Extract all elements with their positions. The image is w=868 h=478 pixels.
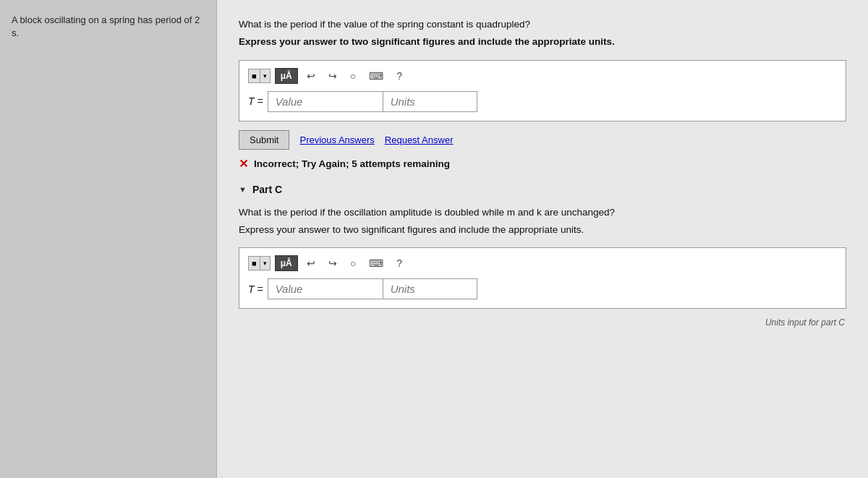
toolbar-part-b: ■ ▾ μÅ ↩ ↪ ○ ⌨ ?	[248, 68, 837, 84]
redo-icon-c[interactable]: ↪	[324, 255, 341, 271]
collapse-arrow-icon[interactable]: ▼	[239, 185, 247, 194]
part-c-subtext: Express your answer to two significant f…	[239, 223, 846, 237]
units-input-c[interactable]	[383, 278, 477, 299]
help-icon-c[interactable]: ?	[392, 255, 407, 271]
part-c-header: ▼ Part C	[239, 184, 846, 195]
problem-statement: A block oscillating on a spring has peri…	[12, 14, 200, 38]
part-c-label: Part C	[252, 184, 282, 195]
value-input-b[interactable]	[268, 91, 383, 112]
toolbar-part-c: ■ ▾ μÅ ↩ ↪ ○ ⌨ ?	[248, 255, 837, 271]
part-c-question-text: What is the period if the oscillation am…	[239, 205, 846, 220]
ua-button-c[interactable]: μÅ	[275, 255, 298, 271]
units-input-b[interactable]	[383, 91, 477, 112]
question-text: What is the period if the value of the s…	[239, 17, 846, 32]
error-row-part-b: ✕ Incorrect; Try Again; 5 attempts remai…	[239, 157, 846, 171]
refresh-icon-c[interactable]: ○	[346, 255, 360, 271]
redo-icon[interactable]: ↪	[324, 68, 341, 84]
format-split-button[interactable]: ■ ▾	[248, 69, 271, 83]
format-left-icon-c: ■	[249, 257, 260, 270]
right-panel: What is the period if the value of the s…	[217, 0, 868, 478]
value-input-c[interactable]	[268, 278, 383, 299]
question-subtext: Express your answer to two significant f…	[239, 35, 846, 49]
t-label-c: T =	[248, 283, 263, 295]
input-row-part-c: T =	[248, 278, 837, 299]
input-row-part-b: T =	[248, 91, 837, 112]
refresh-icon[interactable]: ○	[346, 68, 360, 84]
format-right-icon: ▾	[260, 69, 270, 82]
error-icon: ✕	[239, 157, 248, 171]
part-c-section: ▼ Part C What is the period if the oscil…	[239, 184, 846, 328]
format-left-icon: ■	[249, 69, 260, 82]
submit-button-b[interactable]: Submit	[239, 130, 289, 150]
keyboard-icon-c[interactable]: ⌨	[365, 255, 388, 271]
t-label-b: T =	[248, 95, 263, 107]
ua-label: μÅ	[281, 71, 292, 81]
undo-icon-c[interactable]: ↩	[302, 255, 320, 271]
part-b-question: What is the period if the value of the s…	[239, 17, 846, 50]
action-row-part-b: Submit Previous Answers Request Answer	[239, 130, 846, 150]
format-right-icon-c: ▾	[260, 257, 270, 270]
answer-box-part-b: ■ ▾ μÅ ↩ ↪ ○ ⌨ ? T =	[239, 60, 846, 121]
answer-box-part-c: ■ ▾ μÅ ↩ ↪ ○ ⌨ ? T =	[239, 247, 846, 309]
undo-icon[interactable]: ↩	[302, 68, 320, 84]
request-answer-link[interactable]: Request Answer	[385, 135, 454, 145]
units-hint-c: Units input for part C	[239, 317, 846, 328]
format-split-button-c[interactable]: ■ ▾	[248, 256, 271, 270]
ua-button[interactable]: μÅ	[275, 68, 298, 84]
ua-label-c: μÅ	[281, 258, 292, 268]
error-message: Incorrect; Try Again; 5 attempts remaini…	[254, 158, 450, 169]
help-icon[interactable]: ?	[392, 68, 407, 84]
previous-answers-link[interactable]: Previous Answers	[299, 135, 374, 145]
left-panel: A block oscillating on a spring has peri…	[0, 0, 217, 478]
keyboard-icon[interactable]: ⌨	[365, 68, 388, 84]
